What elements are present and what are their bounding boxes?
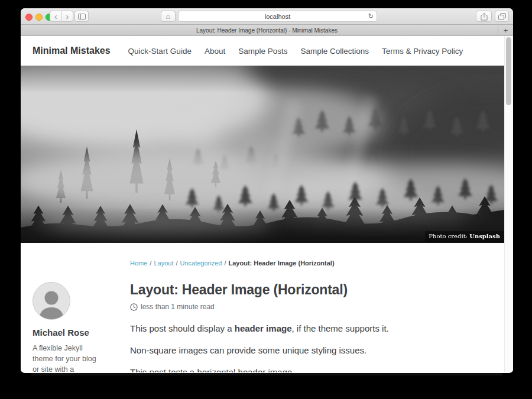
home-icon: ⌂: [166, 12, 171, 21]
scrollbar-thumb[interactable]: [506, 37, 511, 105]
reload-icon[interactable]: ↻: [368, 12, 374, 20]
person-silhouette-icon: [33, 283, 70, 319]
read-time: less than 1 minute read: [130, 303, 452, 311]
read-time-label: less than 1 minute read: [141, 303, 215, 311]
author-sidebar: Michael Rose A flexible Jekyll theme for…: [33, 282, 118, 372]
author-bio: A flexible Jekyll theme for your blog or…: [33, 343, 103, 372]
history-nav-group: ‹ ›: [50, 11, 73, 22]
breadcrumb-separator: /: [176, 259, 177, 267]
back-icon[interactable]: ‹: [50, 11, 62, 21]
home-button[interactable]: ⌂: [161, 11, 176, 22]
foggy-forest-illustration: [21, 66, 504, 243]
breadcrumb-separator: /: [150, 259, 151, 267]
page-viewport: Minimal Mistakes Quick-Start Guide About…: [21, 36, 513, 372]
avatar: [33, 282, 70, 320]
sidebar-toggle-button[interactable]: [74, 11, 89, 22]
page-content: Home/Layout/Uncategorized/Layout: Header…: [21, 243, 513, 372]
paragraph-2: Non-square images can provide some uniqu…: [130, 344, 452, 357]
tab-bar: Layout: Header Image (Horizontal) - Mini…: [21, 25, 513, 36]
nav-sample-posts[interactable]: Sample Posts: [238, 47, 287, 56]
forward-icon[interactable]: ›: [62, 11, 73, 21]
paragraph-1: This post should display a header image,…: [130, 322, 452, 335]
minimize-window-icon[interactable]: [35, 14, 43, 21]
paragraph-3: This post tests a horizontal header imag…: [130, 366, 452, 373]
tab-overview-button[interactable]: [495, 11, 509, 22]
breadcrumb-separator: /: [224, 259, 226, 267]
breadcrumb: Home/Layout/Uncategorized/Layout: Header…: [130, 259, 501, 267]
breadcrumb-layout[interactable]: Layout: [154, 259, 173, 267]
breadcrumb-home[interactable]: Home: [130, 259, 147, 267]
photo-credit-source[interactable]: Unsplash: [469, 233, 500, 239]
site-title-link[interactable]: Minimal Mistakes: [33, 46, 111, 56]
header-image: Photo credit: Unsplash: [21, 66, 504, 243]
url-text: localhost: [265, 13, 290, 20]
nav-about[interactable]: About: [205, 47, 225, 56]
site-masthead: Minimal Mistakes Quick-Start Guide About…: [21, 36, 513, 66]
tab-overview-icon: [498, 13, 506, 20]
author-name: Michael Rose: [33, 327, 118, 338]
site-nav: Quick-Start Guide About Sample Posts Sam…: [128, 47, 463, 56]
breadcrumb-current: Layout: Header Image (Horizontal): [229, 259, 335, 267]
active-tab[interactable]: Layout: Header Image (Horizontal) - Mini…: [196, 27, 338, 34]
new-tab-button[interactable]: +: [498, 25, 513, 35]
share-button[interactable]: [476, 11, 492, 22]
browser-toolbar: ‹ › ⌂ localhost ↻: [21, 8, 513, 25]
address-bar[interactable]: localhost ↻: [178, 11, 377, 22]
browser-window: ‹ › ⌂ localhost ↻: [21, 8, 513, 373]
page-title: Layout: Header Image (Horizontal): [130, 282, 452, 298]
breadcrumb-uncategorized[interactable]: Uncategorized: [180, 259, 222, 267]
clock-icon: [130, 303, 138, 311]
photo-credit: Photo credit: Unsplash: [425, 231, 504, 242]
header-image-bold: header image: [235, 323, 292, 333]
scrollbar-track[interactable]: [504, 36, 513, 372]
nav-sample-collections[interactable]: Sample Collections: [300, 47, 369, 56]
share-icon: [481, 12, 488, 21]
sidebar-icon: [78, 14, 86, 20]
traffic-lights: [25, 14, 53, 21]
nav-terms-privacy[interactable]: Terms & Privacy Policy: [382, 47, 463, 56]
nav-quick-start-guide[interactable]: Quick-Start Guide: [128, 47, 192, 56]
close-window-icon[interactable]: [25, 14, 33, 21]
article: Layout: Header Image (Horizontal) less t…: [130, 282, 452, 372]
